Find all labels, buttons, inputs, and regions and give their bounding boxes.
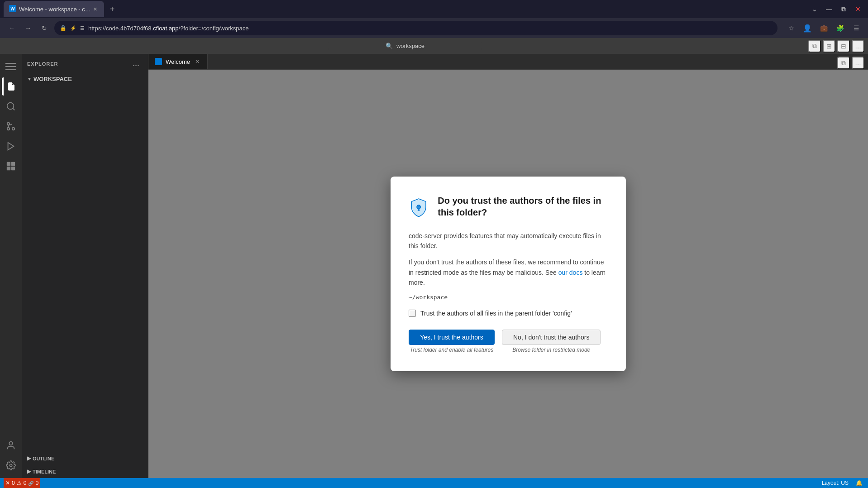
trust-yes-button[interactable]: Yes, I trust the authors (409, 330, 495, 345)
activity-explorer[interactable] (2, 77, 20, 96)
trust-checkbox[interactable] (409, 310, 416, 317)
editor-tabs: Welcome ✕ ⧉ … (148, 54, 868, 70)
svg-point-14 (9, 442, 12, 445)
dialog-docs-link[interactable]: our docs (558, 269, 583, 276)
outline-header[interactable]: ▶ OUTLINE (22, 454, 148, 463)
svg-rect-13 (11, 167, 15, 170)
status-layout[interactable]: Layout: US (820, 478, 850, 488)
yes-caption: Trust folder and enable all features (410, 347, 494, 353)
forward-button[interactable]: → (22, 22, 34, 34)
layout-button[interactable]: ⊞ (823, 40, 835, 53)
url-display: https://code.4b7d704f68.cfloat.app/?fold… (88, 25, 772, 32)
menu-button[interactable]: ☰ (850, 22, 863, 34)
wallet-button[interactable]: 💼 (817, 22, 830, 34)
workspace-section[interactable]: ▼ WORKSPACE (22, 74, 148, 84)
svg-point-6 (12, 128, 15, 130)
vscode-topbar: 🔍 workspace ⧉ ⊞ ⊟ … (0, 38, 868, 54)
connection-icon: ⚡ (70, 25, 76, 31)
svg-marker-9 (8, 143, 14, 150)
sidebar: EXPLORER … ▼ WORKSPACE ▶ OUTLINE (22, 54, 148, 478)
activity-hamburger[interactable] (2, 57, 20, 76)
activity-run-debug[interactable] (2, 137, 20, 155)
permission-icon: ☰ (80, 25, 85, 31)
dialog-title: Do you trust the authors of the files in… (438, 195, 608, 218)
extensions-button[interactable]: 🧩 (834, 22, 846, 34)
outline-arrow: ▶ (27, 455, 31, 461)
status-bell[interactable]: 🔔 (854, 478, 864, 488)
svg-rect-2 (5, 63, 16, 64)
new-tab-button[interactable]: + (106, 3, 119, 15)
error-count: 0 (12, 480, 15, 486)
svg-point-15 (10, 464, 12, 467)
info-icon: 🔗 (28, 481, 33, 486)
timeline-header[interactable]: ▶ TIMELINE (22, 467, 148, 476)
svg-point-7 (7, 123, 10, 125)
timeline-label: TIMELINE (33, 469, 56, 474)
bookmark-button[interactable]: ☆ (785, 22, 797, 34)
address-bar[interactable]: 🔒 ⚡ ☰ https://code.4b7d704f68.cfloat.app… (54, 21, 777, 35)
dialog-body-line1: code-server provides features that may a… (409, 231, 608, 251)
outline-label: OUTLINE (33, 456, 54, 461)
workspace-arrow: ▼ (27, 77, 32, 81)
status-bar: ✕ 0 ⚠ 0 🔗 0 Layout: US 🔔 (0, 478, 868, 488)
restore-button[interactable]: ⧉ (837, 3, 850, 15)
activity-bar (0, 54, 22, 478)
error-icon: ✕ (5, 480, 10, 486)
outline-section: ▶ OUTLINE (22, 452, 148, 465)
svg-rect-3 (5, 66, 16, 67)
sidebar-menu-button[interactable]: … (130, 57, 143, 70)
svg-rect-4 (5, 69, 16, 70)
profile-button[interactable]: 👤 (801, 22, 814, 34)
tab-close-icon[interactable]: ✕ (194, 58, 201, 65)
svg-rect-10 (7, 162, 10, 166)
trust-checkbox-label[interactable]: Trust the authors of all files in the pa… (420, 310, 572, 317)
trust-no-button[interactable]: No, I don't trust the authors (502, 330, 601, 345)
activity-account[interactable] (2, 436, 20, 455)
editor-content: Do you trust the authors of the files in… (148, 70, 868, 478)
svg-text:W: W (10, 6, 15, 11)
dialog-body: code-server provides features that may a… (409, 231, 608, 288)
info-count: 0 (35, 480, 38, 486)
activity-settings[interactable] (2, 456, 20, 474)
svg-point-8 (7, 128, 10, 130)
trust-dialog: Do you trust the authors of the files in… (391, 177, 626, 372)
minimize-button[interactable]: — (823, 3, 835, 15)
no-button-group: No, I don't trust the authors Browse fol… (502, 330, 601, 353)
back-button[interactable]: ← (5, 22, 18, 34)
layout-label: Layout: US (822, 480, 849, 486)
svg-rect-12 (7, 167, 10, 170)
search-icon: 🔍 (386, 43, 393, 49)
more-tabs-btn[interactable]: … (852, 57, 864, 69)
close-button[interactable]: ✕ (852, 3, 864, 15)
refresh-button[interactable]: ↻ (38, 22, 51, 34)
shield-icon (409, 195, 429, 220)
security-icon: 🔒 (60, 25, 67, 31)
tab-favicon: W (9, 5, 16, 14)
activity-source-control[interactable] (2, 117, 20, 135)
split-editor-btn[interactable]: ⧉ (837, 57, 850, 69)
activity-search[interactable] (2, 97, 20, 115)
activity-extensions[interactable] (2, 157, 20, 175)
tab-list-button[interactable]: ⌄ (808, 3, 821, 15)
no-caption: Browse folder in restricted mode (512, 347, 590, 353)
svg-rect-11 (11, 162, 15, 166)
tab-close-button[interactable]: ✕ (91, 5, 99, 13)
warning-icon: ⚠ (17, 480, 22, 486)
more-button[interactable]: … (852, 40, 864, 53)
dialog-body-line2: If you don't trust the authors of these … (409, 257, 608, 287)
split-editor-button[interactable]: ⧉ (808, 40, 821, 53)
editor-tab-welcome[interactable]: Welcome ✕ (148, 54, 208, 69)
timeline-section: ▶ TIMELINE (22, 465, 148, 478)
timeline-arrow: ▶ (27, 469, 31, 474)
svg-point-5 (7, 103, 14, 110)
vscode-search-bar[interactable]: 🔍 workspace (328, 42, 482, 50)
warning-count: 0 (24, 480, 27, 486)
explorer-title: EXPLORER (27, 61, 58, 67)
tab-label: Welcome (166, 58, 190, 65)
browser-tab-active[interactable]: W Welcome - workspace - code- ✕ (4, 1, 104, 17)
status-errors[interactable]: ✕ 0 ⚠ 0 🔗 0 (4, 478, 40, 488)
tab-icon (155, 58, 162, 65)
editor-area: Welcome ✕ ⧉ … (148, 54, 868, 478)
panel-button[interactable]: ⊟ (837, 40, 850, 53)
workspace-label: WORKSPACE (33, 76, 72, 82)
